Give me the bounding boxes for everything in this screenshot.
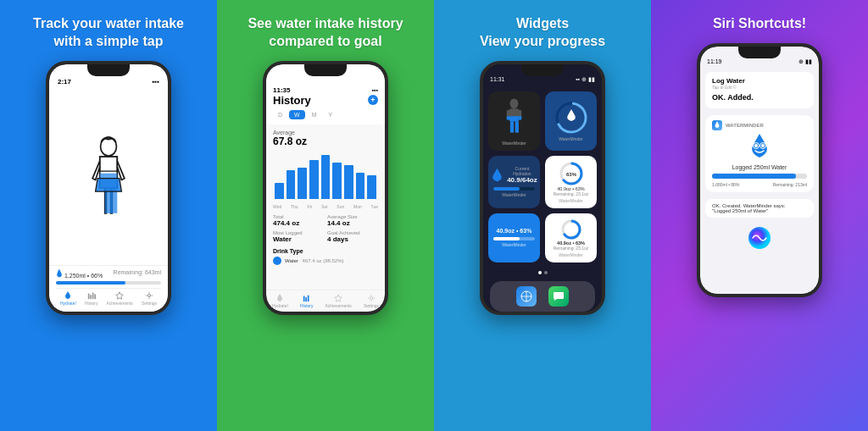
widget-white-text2: Remaining: 23.1oz: [554, 246, 589, 251]
svg-point-43: [754, 144, 758, 147]
progress-bar-fill-1: [56, 281, 125, 285]
bar-2: [287, 170, 296, 199]
chart-label-wed: Wed: [273, 204, 281, 209]
siri-notification-card: WATERMINDER Logged 250ml Water: [705, 115, 814, 192]
nav2-hydrate[interactable]: Hydrate!: [272, 294, 288, 308]
status-icons-3: ▪▪ ⊕ ▮▮: [576, 76, 595, 83]
widget-circle-svg: [554, 101, 588, 135]
siri-command-card: Log Water Tap to Edit © OK. Added.: [705, 72, 814, 108]
chart-label-fri: Fri: [307, 204, 312, 209]
widget-blue-text: 40.9oz • 63%: [497, 228, 532, 234]
dock-safari[interactable]: [516, 286, 537, 307]
widget-hydration-value: 40.9/64oz: [507, 176, 538, 184]
notif-progress-value: 1,680ml • 88%: [712, 182, 739, 187]
siri-says-card: OK. Created. WaterMinder says: "Logged 2…: [705, 199, 814, 218]
dock: [490, 281, 595, 312]
page-dots: [483, 268, 602, 278]
status-time-2: 11:35: [273, 86, 290, 94]
status-icons-1: ▪▪▪: [152, 78, 159, 86]
stat-goal: Goal Achieved 4 days: [327, 230, 378, 243]
drop-icon-widget: [491, 168, 504, 183]
svg-rect-19: [308, 295, 309, 301]
screen2-header: 11:35 ▪▪▪ History + D W M Y: [266, 64, 385, 124]
achievements-icon: [114, 291, 125, 300]
svg-rect-29: [507, 116, 510, 119]
chart-label-sat: Sat: [321, 204, 328, 209]
tap-to-edit: Tap to Edit ©: [712, 85, 807, 90]
drop-icon: [56, 269, 63, 278]
widget-hydration: Current Hydration 40.9/64oz WaterMinder: [488, 156, 540, 208]
dot-active: [538, 271, 542, 274]
nav2-label-hydrate: Hydrate!: [272, 303, 288, 308]
tab-y[interactable]: Y: [324, 110, 338, 119]
history-title: History: [273, 94, 311, 107]
drink-type-amount: 467.4 oz (98.52%): [302, 258, 343, 263]
panel-title-3: Widgets View your progress: [480, 15, 605, 51]
nav2-history[interactable]: History: [300, 294, 314, 308]
nav-history[interactable]: History: [85, 291, 98, 306]
svg-rect-32: [515, 121, 519, 132]
human-figure-svg: [79, 126, 138, 228]
tab-m[interactable]: M: [307, 110, 322, 119]
stat-most-logged: Most Logged Water: [273, 230, 324, 243]
status-icons-2: ▪▪▪: [372, 87, 378, 93]
svg-point-21: [370, 296, 372, 299]
drink-type-dot: [273, 257, 281, 265]
dot-inactive: [544, 271, 548, 274]
stat-most-logged-value: Water: [273, 235, 324, 243]
panel-title-4: Siri Shortcuts!: [713, 15, 806, 33]
stat-goal-value: 4 days: [327, 235, 378, 243]
bar-6: [332, 163, 342, 199]
screen2-content: Average 67.8 oz Wed Thu Fri: [266, 124, 385, 290]
nav-label-settings: Settings: [142, 301, 157, 306]
avg-value: 67.8 oz: [273, 135, 378, 147]
svg-point-16: [147, 294, 150, 296]
status-bar-4: 11:19 ⊕ ▮▮: [700, 47, 819, 69]
settings-icon: [144, 291, 154, 300]
panel-siri: Siri Shortcuts! 11:19 ⊕ ▮▮ Log Water Tap…: [651, 0, 868, 431]
svg-rect-13: [92, 292, 94, 299]
status-time-3: 11:31: [490, 76, 505, 83]
tab-w[interactable]: W: [289, 110, 305, 119]
avg-label: Average: [273, 130, 378, 135]
notif-remaining: Remaining: 213ml: [773, 182, 807, 187]
svg-rect-30: [518, 116, 521, 119]
svg-rect-18: [305, 297, 307, 301]
bar-1: [275, 183, 284, 198]
phone-frame-4: 11:19 ⊕ ▮▮ Log Water Tap to Edit © OK. A…: [697, 43, 822, 297]
svg-marker-20: [335, 294, 342, 301]
dock-messages[interactable]: [548, 286, 569, 307]
stat-avg-size-value: 14.4 oz: [327, 219, 378, 227]
svg-rect-31: [510, 121, 514, 132]
ok-added: OK. Added.: [712, 93, 807, 102]
widget-label-5: WaterMinder: [502, 242, 526, 247]
add-icon[interactable]: +: [368, 95, 378, 105]
bar-3: [298, 168, 307, 199]
bottom-nav-2[interactable]: Hydrate! History Achievements: [266, 290, 385, 312]
status-time-1: 2:17: [58, 78, 71, 86]
stat-total: Total 474.4 oz: [273, 214, 324, 227]
chart-area: [273, 152, 378, 199]
nav2-achievements[interactable]: Achievements: [325, 294, 351, 308]
screen-2: 11:35 ▪▪▪ History + D W M Y Average 67.8…: [266, 64, 385, 312]
tab-d[interactable]: D: [273, 110, 287, 119]
nav2-settings[interactable]: Settings: [364, 294, 379, 308]
hydrate-icon-2: [275, 294, 285, 302]
nav-achievements[interactable]: Achievements: [106, 291, 132, 306]
history-icon: [86, 291, 97, 300]
nav-label-history: History: [85, 301, 98, 306]
widget-blue: 40.9oz • 63% WaterMinder: [488, 213, 540, 262]
nav-settings[interactable]: Settings: [142, 291, 157, 306]
phone-frame-2: 11:35 ▪▪▪ History + D W M Y Average 67.8…: [263, 61, 388, 315]
svg-rect-10: [100, 157, 118, 171]
progress-bar-bg-1: [56, 281, 161, 285]
widget-figure-svg: [499, 97, 529, 139]
widget-remaining-text: Remaining: 23.1oz: [554, 191, 589, 196]
screen1-body: [49, 89, 168, 265]
messages-icon: [553, 290, 565, 302]
svg-rect-17: [303, 296, 305, 301]
widget-white-remaining: 40.9oz • 63% Remaining: 23.1oz WaterMind…: [545, 213, 597, 262]
bottom-nav-1[interactable]: Hydrate! History: [56, 288, 161, 308]
chart-label-tue: Tue: [371, 204, 378, 209]
nav-hydrate[interactable]: Hydrate!: [60, 291, 76, 306]
